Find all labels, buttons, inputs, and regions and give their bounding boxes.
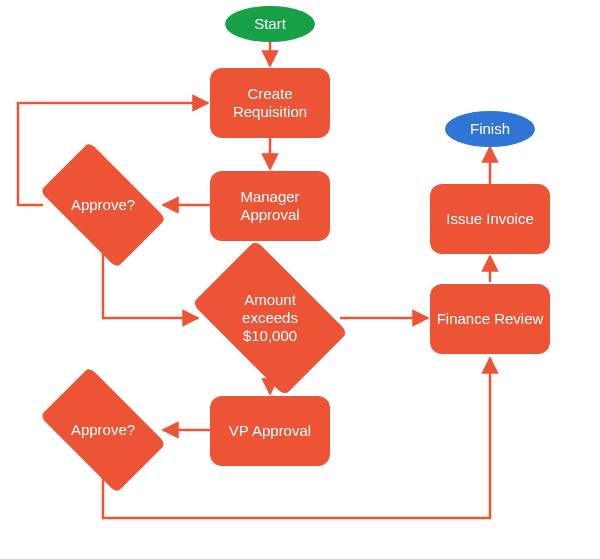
amount-decision: Amount exceeds $10,000 [200,273,340,363]
vp-approval-label: VP Approval [229,422,311,440]
manager-approval-label: Manager Approval [210,188,330,224]
approve-decision-2-label: Approve? [71,421,135,439]
finance-review-label: Finance Review [437,310,544,328]
start-label: Start [254,15,286,33]
create-requisition-node: Create Requisition [210,68,330,138]
start-terminator: Start [225,6,315,42]
finish-label: Finish [470,120,510,138]
manager-approval-node: Manager Approval [210,171,330,241]
finish-terminator: Finish [445,111,535,147]
approve-decision-1: Approve? [43,170,163,240]
flowchart-canvas: Start Finish Create Requisition Manager … [0,0,600,559]
issue-invoice-node: Issue Invoice [430,184,550,254]
approve-decision-2: Approve? [43,395,163,465]
create-requisition-label: Create Requisition [210,85,330,121]
vp-approval-node: VP Approval [210,396,330,466]
amount-decision-label: Amount exceeds $10,000 [225,291,315,345]
issue-invoice-label: Issue Invoice [446,210,534,228]
approve-decision-1-label: Approve? [71,196,135,214]
finance-review-node: Finance Review [430,284,550,354]
